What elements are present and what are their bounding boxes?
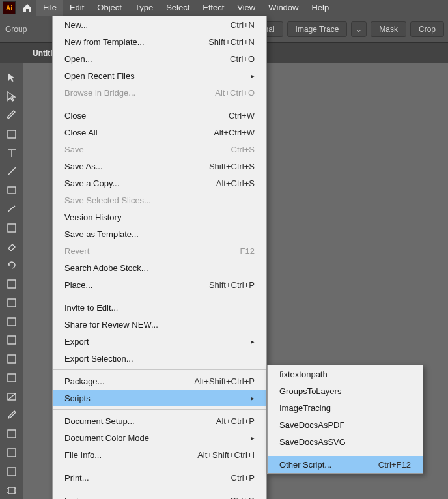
file-menu-save-a-copy[interactable]: Save a Copy...Alt+Ctrl+S [53,175,266,192]
file-menu-package[interactable]: Package...Alt+Shift+Ctrl+P [53,373,266,390]
menu-item-shortcut: Ctrl+P [231,473,255,483]
file-menu-invite-to-edit[interactable]: Invite to Edit... [53,299,266,316]
menu-item-label: New from Template... [64,37,208,47]
menu-object[interactable]: Object [91,0,128,16]
menu-item-label: SaveDocsAsSVG [279,437,411,447]
submenu-arrow-icon: ▸ [248,394,255,403]
file-menu-new[interactable]: New...Ctrl+N [53,16,266,33]
rectangle-tool[interactable] [3,182,21,199]
file-menu-share-for-review-new[interactable]: Share for Review NEW... [53,316,266,333]
image-trace-dropdown[interactable]: ⌄ [351,21,367,37]
width-tool[interactable] [3,294,21,311]
file-menu-new-from-template[interactable]: New from Template...Shift+Ctrl+N [53,33,266,50]
symbol-sprayer-tool[interactable] [3,444,21,462]
artboard-tool[interactable] [3,481,21,499]
file-menu-close-all[interactable]: Close AllAlt+Ctrl+W [53,124,266,141]
menu-item-shortcut: Ctrl+F12 [378,460,411,470]
home-icon[interactable] [18,3,36,14]
menu-effect[interactable]: Effect [196,0,231,16]
scripts-menu-savedocsaspdf[interactable]: SaveDocsAsPDF [268,416,423,433]
menu-item-label: Save a Copy... [64,178,216,188]
tools-panel [0,63,23,499]
svg-rect-5 [8,318,16,326]
menu-select[interactable]: Select [160,0,196,16]
file-menu-scripts[interactable]: Scripts▸ [53,390,266,406]
crop-button[interactable]: Crop [410,21,444,37]
file-menu-export-selection[interactable]: Export Selection... [53,350,266,367]
menu-item-shortcut: Shift+Ctrl+P [209,280,255,290]
menu-item-shortcut: Shift+Ctrl+S [209,162,255,171]
direct-selection-tool[interactable] [3,88,21,106]
mask-button[interactable]: Mask [371,21,406,37]
svg-rect-4 [8,299,16,307]
shape-builder-tool[interactable] [3,332,21,349]
scripts-menu-imagetracing[interactable]: ImageTracing [268,399,423,416]
line-tool[interactable] [3,163,21,180]
pen-tool[interactable] [3,107,21,124]
file-menu-exit[interactable]: ExitCtrl+Q [53,492,266,499]
menu-item-shortcut: Ctrl+Q [230,496,255,500]
scale-tool[interactable] [3,276,21,293]
image-trace-button[interactable]: Image Trace [287,21,348,37]
menu-item-label: Invite to Edit... [64,303,255,313]
scripts-submenu: fixtextonpathGroupsToLayersImageTracingS… [267,365,423,474]
menu-item-label: Browse in Bridge... [64,88,215,98]
menu-item-label: GroupsToLayers [279,386,411,396]
file-menu-close[interactable]: CloseCtrl+W [53,107,266,124]
menu-item-label: Revert [64,246,240,256]
menu-item-label: Place... [64,280,209,290]
scripts-menu-savedocsassvg[interactable]: SaveDocsAsSVG [268,433,423,450]
gradient-tool[interactable] [3,388,21,405]
eyedropper-tool[interactable] [3,406,21,424]
menu-item-label: Export Selection... [64,354,255,364]
shaper-tool[interactable] [3,219,21,236]
menu-type[interactable]: Type [128,0,160,16]
menubar: Ai FileEditObjectTypeSelectEffectViewWin… [0,0,448,16]
scripts-menu-other-script[interactable]: Other Script...Ctrl+F12 [268,456,423,473]
curvature-tool[interactable] [3,125,21,143]
file-menu-save-as-template[interactable]: Save as Template... [53,225,266,242]
file-menu-document-setup[interactable]: Document Setup...Alt+Ctrl+P [53,412,266,429]
blend-tool[interactable] [3,425,21,443]
mesh-tool[interactable] [3,369,21,387]
file-menu-save-as[interactable]: Save As...Shift+Ctrl+S [53,158,266,175]
svg-rect-7 [8,355,16,363]
brush-tool[interactable] [3,200,21,218]
file-menu-export[interactable]: Export▸ [53,333,266,350]
menu-edit[interactable]: Edit [63,0,91,16]
file-menu-open-recent-files[interactable]: Open Recent Files▸ [53,67,266,84]
svg-rect-11 [8,449,16,457]
selection-tool[interactable] [3,69,21,87]
menu-item-shortcut: Alt+Shift+Ctrl+I [197,450,255,460]
column-graph-tool[interactable] [3,463,21,480]
menu-item-label: Save [64,145,231,154]
svg-rect-2 [8,224,16,232]
svg-rect-12 [8,468,16,476]
rotate-tool[interactable] [3,257,21,274]
menu-window[interactable]: Window [262,0,305,16]
svg-rect-8 [8,374,16,382]
menu-item-shortcut: Alt+Ctrl+S [216,178,255,188]
file-menu-document-color-mode[interactable]: Document Color Mode▸ [53,429,266,446]
menu-item-label: Export [64,337,248,347]
file-menu-version-history[interactable]: Version History [53,208,266,225]
type-tool[interactable] [3,144,21,162]
file-menu-place[interactable]: Place...Shift+Ctrl+P [53,276,266,293]
perspective-tool[interactable] [3,350,21,368]
scripts-menu-fixtextonpath[interactable]: fixtextonpath [268,365,423,382]
file-menu-file-info[interactable]: File Info...Alt+Shift+Ctrl+I [53,446,266,463]
file-menu-print[interactable]: Print...Ctrl+P [53,469,266,486]
menu-item-shortcut: Ctrl+S [231,145,255,154]
menu-item-label: Document Setup... [64,416,216,426]
eraser-tool[interactable] [3,238,21,255]
free-transform-tool[interactable] [3,313,21,330]
scripts-menu-groupstolayers[interactable]: GroupsToLayers [268,382,423,399]
file-menu-open[interactable]: Open...Ctrl+O [53,50,266,67]
menu-help[interactable]: Help [305,0,335,16]
menu-item-label: Exit [64,496,230,500]
menu-file[interactable]: File [36,0,63,16]
menu-item-label: Save As... [64,162,209,171]
file-menu-browse-in-bridge: Browse in Bridge...Alt+Ctrl+O [53,84,266,101]
menu-view[interactable]: View [231,0,262,16]
file-menu-search-adobe-stock[interactable]: Search Adobe Stock... [53,259,266,276]
